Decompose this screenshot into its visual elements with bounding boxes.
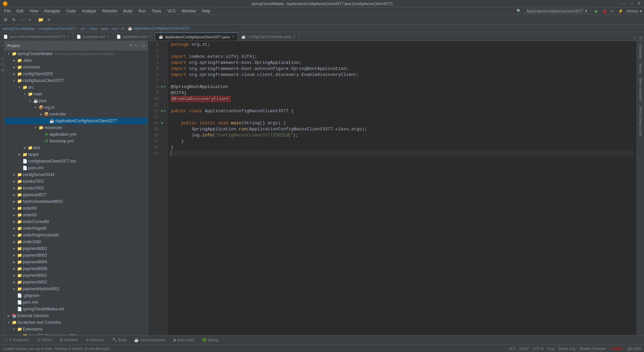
menu-file[interactable]: File: [1, 8, 13, 14]
tree-eureka7001[interactable]: ▶ 📁 eureka7001: [5, 178, 148, 185]
tab-application[interactable]: 📄 application.yml ✕: [113, 33, 155, 41]
project-expand-icon[interactable]: ⊡: [142, 43, 145, 48]
minus-button[interactable]: –: [18, 16, 25, 24]
tree-scratches[interactable]: ▼ 📁 Scratches and Consoles: [5, 319, 148, 326]
bottom-tab-problems[interactable]: ⚠ 6: Problems: [2, 337, 32, 343]
tab-controller[interactable]: ☕ ConfigClientController.java ✕: [238, 33, 299, 41]
sidebar-favorites-icon[interactable]: ★: [0, 69, 4, 73]
tree-confignacosclient[interactable]: ▼ 📁 configNacosClient3377: [5, 77, 148, 84]
project-minus-icon[interactable]: –: [139, 43, 141, 48]
tree-payment8001[interactable]: ▶ 📁 payment8001: [5, 245, 148, 252]
debug-gutter-icon-12[interactable]: ⚙: [164, 108, 165, 114]
tree-external-libs[interactable]: ▶ 📚 External Libraries: [5, 312, 148, 319]
bottom-tab-build[interactable]: 🔨 Build: [110, 337, 129, 343]
sync-button[interactable]: ↻: [10, 16, 17, 24]
tree-commons[interactable]: ▶ 📁 commons: [5, 64, 148, 71]
profile-button[interactable]: ⚡: [617, 7, 625, 15]
breadcrumb-main[interactable]: main: [89, 27, 97, 31]
bottom-tab-services[interactable]: ⚙ Services: [83, 337, 107, 343]
menu-vcs[interactable]: VCS: [165, 8, 178, 14]
tree-pom-child[interactable]: ▶ 📄 pom.xml: [5, 165, 148, 171]
expand-editor-icon[interactable]: ⊡: [639, 36, 643, 40]
menu-run[interactable]: Run: [136, 8, 149, 14]
run-button[interactable]: ▶: [593, 7, 600, 15]
code-editor[interactable]: package org.zt; import lombok.extern.slf…: [168, 41, 637, 335]
menu-edit[interactable]: Edit: [14, 8, 26, 14]
tree-application-yml[interactable]: ▶ ⚙ application.yml: [5, 131, 148, 138]
tree-orderconsul[interactable]: ▶ 📁 orderConsul80: [5, 218, 148, 225]
vtab-database[interactable]: Database: [638, 42, 643, 61]
debug-gutter-icon-8[interactable]: ⚙: [164, 84, 165, 90]
breadcrumb-project[interactable]: springCloudAlibaba: [3, 27, 35, 31]
share-icon[interactable]: @CSDN: [627, 347, 641, 351]
tab-main-close[interactable]: ✕: [231, 35, 234, 39]
tree-controller[interactable]: ▶ 📦 controller: [5, 111, 148, 118]
tree-orderzk[interactable]: ▶ 📁 orderZk80: [5, 238, 148, 245]
tree-bootstrap-yml[interactable]: ▶ ⚙ bootstrap.yml: [5, 138, 148, 144]
tree-eureka7002[interactable]: ▶ 📁 eureka7002: [5, 185, 148, 191]
tree-iml[interactable]: ▶ 📄 configNacosClient3377.iml: [5, 158, 148, 165]
minimize-button[interactable]: ─: [622, 1, 627, 6]
tree-payment8004[interactable]: ▶ 📁 payment8004: [5, 259, 148, 265]
tree-order83[interactable]: ▶ 📁 order83: [5, 212, 148, 218]
run-gutter-icon-12[interactable]: ▶: [161, 108, 163, 114]
add-button[interactable]: +: [26, 16, 34, 24]
project-sync-icon[interactable]: ↻: [134, 43, 137, 48]
breadcrumb-java[interactable]: java: [101, 27, 108, 31]
breadcrumb-module[interactable]: configNacosClient3377: [39, 27, 76, 31]
recent-files[interactable]: 📂: [37, 16, 45, 24]
tree-gateway[interactable]: ▶ 📁 gateway9527: [5, 191, 148, 198]
menu-help[interactable]: Help: [199, 8, 213, 14]
tree-orgzt[interactable]: ▼ 📦 org.zt: [5, 104, 148, 111]
tree-root-iml[interactable]: ▶ 📄 springCloudAlibaba.iml: [5, 306, 148, 312]
line-separator[interactable]: CRLF: [520, 347, 529, 351]
menu-navigate[interactable]: Navigate: [42, 8, 63, 14]
event-log[interactable]: Event Log: [558, 347, 575, 351]
editor-area[interactable]: 1 2 3 4 5 6 7 8 9 10 11 12 13 14 15 16 1…: [148, 41, 637, 335]
tab-pom-close[interactable]: ✕: [67, 35, 69, 39]
sidebar-structure-icon[interactable]: Σ: [0, 62, 4, 67]
bottom-tab-auto-build[interactable]: ▶ Auto-build: [171, 337, 197, 343]
tree-target[interactable]: ▶ 📁 target: [5, 151, 148, 158]
debug-button[interactable]: 🐞: [601, 7, 608, 15]
tree-payment8002[interactable]: ▶ 📁 payment8002: [5, 252, 148, 259]
breadcrumb-file[interactable]: ☕ ApplicationConfigNacosClient3377: [128, 26, 190, 31]
tree-orderfeignhystrix[interactable]: ▶ 📁 orderFeignHystrix80: [5, 232, 148, 238]
tree-orderfeign[interactable]: ▶ 📁 orderFeign80: [5, 225, 148, 232]
breadcrumb-zt[interactable]: zt: [121, 27, 124, 31]
tree-jpa[interactable]: ▼ 📁 Java EE: Persistence (JPA): [5, 333, 148, 335]
tree-payment8006[interactable]: ▶ 📁 payment8006: [5, 265, 148, 272]
tree-hystrix[interactable]: ▶ 📁 hystrixDashboard9001: [5, 198, 148, 205]
menu-window[interactable]: Window: [179, 8, 199, 14]
tree-payment9002[interactable]: ▶ 📁 payment9002: [5, 279, 148, 285]
tree-configserver[interactable]: ▶ 📁 configServer3344: [5, 171, 148, 178]
bottom-tab-spring[interactable]: 🌿 Spring: [199, 337, 221, 343]
maximize-button[interactable]: □: [629, 1, 634, 6]
vtab-jrebel-setup[interactable]: JRebel Setup Guide: [638, 104, 643, 138]
menu-tools[interactable]: Tools: [149, 8, 164, 14]
tab-bootstrap-close[interactable]: ✕: [107, 35, 109, 39]
tree-root[interactable]: ▼ 📁 springCloudAlibaba D:\workspace\spri…: [5, 50, 148, 57]
tree-main-class[interactable]: ▶ ☕ ApplicationConfigNacosClient3377: [5, 118, 148, 124]
tab-application-close[interactable]: ✕: [149, 35, 152, 39]
menu-code[interactable]: Code: [63, 8, 78, 14]
tree-paymenthystrix[interactable]: ▶ 📁 paymentHystrix8001: [5, 285, 148, 292]
menu-view[interactable]: View: [27, 8, 41, 14]
run-gutter-icon-14[interactable]: ▶: [161, 120, 163, 126]
project-settings-icon[interactable]: ⚙: [129, 43, 133, 48]
tree-pom-root[interactable]: ▶ 📄 pom.xml: [5, 299, 148, 306]
tab-bootstrap[interactable]: 📄 bootstrap.yml ✕: [73, 33, 113, 41]
tab-main-class[interactable]: ☕ ApplicationConfigNacosClient3377.java …: [155, 33, 238, 41]
tree-idea[interactable]: ▶ 📁 .idea: [5, 57, 148, 64]
menu-refactor[interactable]: Refactor: [100, 8, 120, 14]
jrebel-console[interactable]: JRebel Console: [579, 347, 605, 351]
tree-resources[interactable]: ▼ 📁 resources: [5, 124, 148, 131]
tree-configclient[interactable]: ▶ 📁 configClient3355: [5, 71, 148, 77]
bottom-tab-todo[interactable]: ☑ TODO: [34, 337, 54, 343]
tree-payment9001[interactable]: ▶ 📁 payment9001: [5, 272, 148, 279]
tree-test[interactable]: ▶ 📁 test: [5, 144, 148, 151]
sidebar-project-icon[interactable]: 1: [0, 44, 4, 48]
breadcrumb-src[interactable]: src: [80, 27, 86, 31]
tab-controller-close[interactable]: ✕: [293, 35, 296, 39]
menu-build[interactable]: Build: [121, 8, 135, 14]
